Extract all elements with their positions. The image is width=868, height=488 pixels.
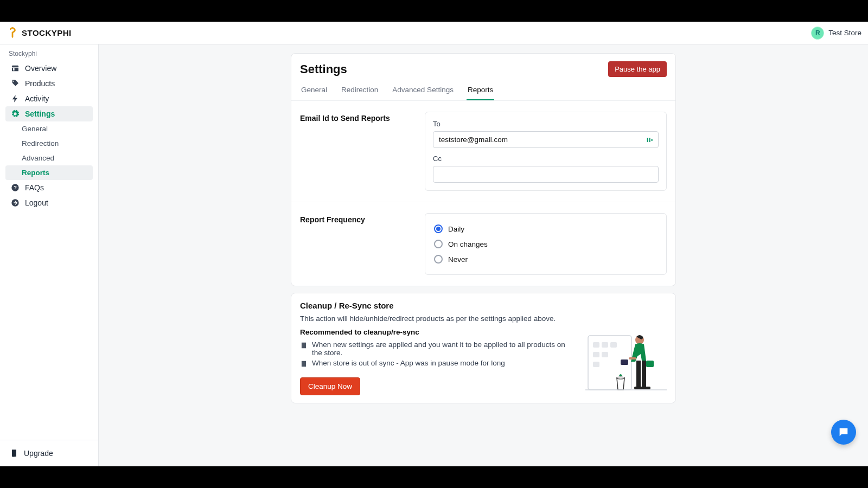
tab-reports[interactable]: Reports [467,81,494,100]
tab-redirection[interactable]: Redirection [340,81,379,100]
tab-advanced-settings[interactable]: Advanced Settings [391,81,455,100]
sidebar-subitem-general[interactable]: General [5,121,93,136]
pause-app-button[interactable]: Pause the app [608,61,667,77]
svg-rect-11 [602,352,608,357]
frequency-section: Report Frequency Daily On changes [291,202,675,286]
logout-icon [11,198,20,207]
sidebar-item-products[interactable]: Products [5,76,93,91]
tabs: General Redirection Advanced Settings Re… [291,77,675,101]
email-section: Email Id to Send Reports To [291,101,675,202]
gear-icon [11,110,20,118]
cleanup-card: Cleanup / Re-Sync store This action will… [291,293,676,403]
sidebar-item-label: FAQs [25,183,44,192]
bolt-icon [11,94,20,103]
chat-icon [838,426,850,438]
sidebar-item-logout[interactable]: Logout [5,195,93,210]
svg-rect-4 [649,138,650,142]
radio-icon [434,224,443,233]
svg-rect-8 [602,342,608,348]
svg-rect-21 [642,387,650,389]
to-label: To [433,120,659,128]
sidebar-item-label: Products [25,79,55,88]
sidebar: Stockyphi Overview Products Activity Set… [0,44,99,466]
store-avatar: R [811,27,824,40]
brand-logo-icon [7,27,18,39]
radio-daily[interactable]: Daily [433,221,659,236]
svg-rect-13 [621,359,628,365]
upgrade-button[interactable]: Upgrade [5,446,93,461]
radio-on-changes[interactable]: On changes [433,236,659,252]
svg-rect-10 [593,352,599,357]
cleanup-subheading: Recommended to cleanup/re-sync [300,328,575,336]
sidebar-item-label: Overview [25,64,56,73]
svg-rect-12 [593,362,599,367]
upgrade-label: Upgrade [24,449,53,458]
store-name: Test Store [828,29,861,37]
svg-rect-7 [593,342,599,348]
svg-rect-20 [634,387,643,389]
radio-never[interactable]: Never [433,252,659,267]
tag-icon [11,79,20,88]
main: Settings Pause the app General Redirecti… [99,44,868,466]
note-icon [300,342,308,349]
sidebar-item-activity[interactable]: Activity [5,91,93,106]
svg-text:?: ? [14,185,17,190]
svg-rect-19 [642,361,646,387]
key-icon[interactable] [646,136,654,144]
frequency-section-label: Report Frequency [300,215,425,224]
cleanup-now-button[interactable]: Cleanup Now [300,377,360,395]
topbar: STOCKYPHI R Test Store [0,22,868,44]
sidebar-subitem-reports[interactable]: Reports [5,165,93,180]
sidebar-item-settings[interactable]: Settings [5,106,93,121]
sidebar-item-overview[interactable]: Overview [5,61,93,76]
cc-label: Cc [433,155,659,163]
sidebar-subitem-advanced[interactable]: Advanced [5,151,93,165]
svg-rect-16 [629,357,636,359]
svg-rect-5 [652,139,653,141]
cc-email-input[interactable] [433,166,659,183]
svg-rect-3 [647,138,648,142]
store-chip[interactable]: R Test Store [811,27,861,40]
cleanup-bullet: When new settings are applied and you wa… [300,341,575,357]
chat-bubble-button[interactable] [831,420,856,445]
radio-icon [434,255,443,264]
cleanup-title: Cleanup / Re-Sync store [300,301,575,310]
svg-rect-18 [636,361,641,387]
cleanup-illustration [585,301,667,395]
radio-icon [434,240,443,248]
note-icon [300,360,308,368]
sidebar-item-label: Activity [25,94,49,103]
brand-name: STOCKYPHI [22,28,72,37]
settings-card: Settings Pause the app General Redirecti… [291,53,676,286]
cleanup-desc: This action will hide/unhide/redirect pr… [300,314,575,323]
receipt-icon [10,449,18,458]
question-icon: ? [11,183,20,192]
page-title: Settings [300,62,347,76]
email-section-label: Email Id to Send Reports [300,114,425,123]
svg-point-14 [617,377,624,379]
tab-general[interactable]: General [300,81,328,100]
sidebar-item-label: Settings [25,110,55,118]
sidebar-heading: Stockyphi [3,48,95,61]
svg-rect-9 [610,342,617,348]
svg-rect-17 [646,361,654,367]
brand: STOCKYPHI [7,27,72,39]
sidebar-item-faqs[interactable]: ? FAQs [5,180,93,195]
sidebar-item-label: Logout [25,198,48,207]
to-email-input[interactable] [433,131,659,148]
sidebar-subitem-redirection[interactable]: Redirection [5,136,93,151]
store-icon [11,64,20,73]
cleanup-bullet: When store is out of sync - App was in p… [300,359,575,368]
